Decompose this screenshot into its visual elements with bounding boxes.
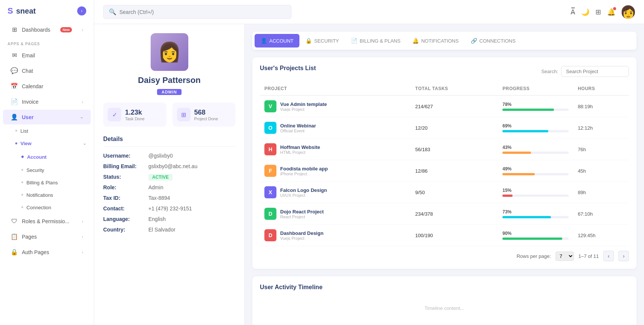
translate-icon[interactable]: A̅ — [571, 8, 575, 16]
detail-label: Billing Email: — [103, 163, 148, 169]
table-row: V Vue Admin template Vuejs Project 214/6… — [260, 95, 629, 117]
progress-bar-bg — [502, 109, 569, 111]
project-icon: X — [264, 186, 276, 198]
stat-tasks: ✓ 1.23k Task Done — [103, 103, 166, 127]
prev-page-button[interactable]: ‹ — [603, 251, 614, 261]
sidebar-item-label: Chat — [22, 68, 33, 74]
dashboards-badge: New — [60, 27, 72, 32]
detail-row: Status:ACTIVE — [103, 174, 235, 180]
sidebar-toggle[interactable]: › — [77, 6, 86, 15]
hours-cell: 12:12h — [573, 117, 629, 139]
hours-value: 88:19h — [578, 104, 593, 109]
project-sub: UI/UX Project — [280, 193, 327, 198]
progress-pct: 69% — [502, 123, 569, 129]
detail-value: Admin — [148, 184, 163, 190]
sidebar-sub-billing[interactable]: Billing & Plans — [21, 176, 94, 189]
project-sub: Vuejs Project — [280, 107, 327, 112]
tab-security[interactable]: 🔒SECURITY — [299, 34, 345, 48]
tab-billing[interactable]: 📄BILLING & PLANS — [345, 34, 406, 48]
sidebar-item-dashboards[interactable]: ⊞ Dashboards New › — [3, 22, 91, 37]
progress-pct: 90% — [502, 231, 569, 236]
search-icon: 🔍 — [109, 8, 116, 15]
stat-project-value: 568 — [194, 109, 218, 117]
project-sub: HTML Project — [280, 150, 320, 155]
sidebar-sub-connection[interactable]: Connection — [21, 201, 94, 214]
user-avatar[interactable]: 👩 — [621, 5, 635, 19]
detail-row: Billing Email:gslixby0@abc.net.au — [103, 163, 235, 169]
progress-bar — [502, 216, 551, 218]
progress-bar — [502, 130, 548, 132]
list-label: List — [20, 128, 28, 134]
project-search-input[interactable] — [561, 66, 629, 77]
progress-bar-bg — [502, 130, 569, 132]
detail-label: Status: — [103, 174, 148, 180]
sidebar-item-pages[interactable]: 📋 Pages › — [3, 229, 91, 244]
tabs-bar: 👤ACCOUNT🔒SECURITY📄BILLING & PLANS🔔NOTIFI… — [252, 32, 636, 50]
table-row: F Foodista mobile app iPhone Project 12/… — [260, 160, 629, 182]
sidebar-item-user[interactable]: 👤 User ⌄ — [3, 110, 91, 124]
sidebar-sub-notifications[interactable]: Notifications — [21, 189, 94, 201]
next-page-button[interactable]: › — [618, 251, 629, 261]
detail-label: Tax ID: — [103, 195, 148, 201]
tab-icon-billing: 📄 — [351, 38, 357, 44]
projects-card: User's Projects List Search: PROJECTTOTA… — [252, 57, 636, 269]
total-tasks-cell: 12/86 — [411, 160, 498, 182]
search-input[interactable] — [119, 9, 286, 15]
progress-cell: 43% — [498, 139, 573, 160]
sidebar-sub-security[interactable]: Security — [21, 164, 94, 176]
sidebar-sub-list[interactable]: List — [15, 125, 94, 137]
detail-label: Contact: — [103, 205, 148, 212]
hours-value: 129:45h — [578, 233, 595, 238]
detail-value: El Salvador — [148, 227, 175, 233]
sidebar-item-calendar[interactable]: 📅 Calendar — [3, 79, 91, 94]
dark-mode-icon[interactable]: 🌙 — [581, 8, 589, 16]
tab-account[interactable]: 👤ACCOUNT — [255, 34, 299, 48]
pagination-range: 1–7 of 11 — [578, 253, 599, 259]
table-header: PROJECTTOTAL TASKSPROGRESSHOURS — [260, 82, 629, 95]
total-tasks-cell: 234/378 — [411, 203, 498, 225]
email-icon: ✉ — [11, 52, 18, 59]
tab-label-connections: CONNECTIONS — [479, 38, 516, 44]
tab-icon-account: 👤 — [261, 38, 267, 44]
progress-pct: 15% — [502, 188, 569, 193]
sidebar-item-invoice[interactable]: 📄 Invoice › — [3, 94, 91, 109]
sidebar-item-email[interactable]: ✉ Email — [3, 48, 91, 63]
detail-value: @gslixby0 — [148, 153, 173, 159]
tab-label-account: ACCOUNT — [269, 38, 293, 44]
sidebar-item-chat[interactable]: 💬 Chat — [3, 63, 91, 78]
project-icon: H — [264, 143, 276, 155]
search-box[interactable]: 🔍 — [103, 5, 291, 19]
hours-value: 76h — [578, 147, 586, 152]
project-info: F Foodista mobile app iPhone Project — [264, 165, 406, 177]
calendar-icon: 📅 — [11, 83, 18, 90]
grid-icon[interactable]: ⊞ — [595, 8, 601, 16]
progress-pct: 49% — [502, 166, 569, 172]
rows-per-page-select[interactable]: 7 10 25 — [555, 251, 574, 261]
hours-cell: 88:19h — [573, 95, 629, 117]
details-list: Username:@gslixby0Billing Email:gslixby0… — [103, 153, 235, 233]
content-area: 👩 Daisy Patterson ADMIN ✓ 1.23k Task Don… — [94, 24, 644, 325]
total-tasks-cell: 12/20 — [411, 117, 498, 139]
project-sub: React Project — [280, 215, 324, 219]
sidebar-item-auth[interactable]: 🔒 Auth Pages › — [3, 245, 91, 259]
table-row: D Dojo React Project React Project 234/3… — [260, 203, 629, 225]
project-name: Online Webinar — [280, 123, 316, 129]
stats-row: ✓ 1.23k Task Done ⊞ 568 Project Done — [103, 103, 235, 127]
progress-cell: 90% — [498, 225, 573, 246]
sidebar-sub-view[interactable]: View ⌄ — [15, 137, 94, 150]
sidebar-sub-account[interactable]: Account — [21, 150, 94, 164]
projects-table: PROJECTTOTAL TASKSPROGRESSHOURS V Vue Ad… — [260, 82, 629, 246]
tab-notifications[interactable]: 🔔NOTIFICATIONS — [406, 34, 464, 48]
notifications-label: Notifications — [26, 192, 53, 198]
pages-icon: 📋 — [11, 233, 18, 240]
bell-icon[interactable]: 🔔 — [607, 8, 615, 16]
chevron-right-icon: › — [82, 250, 83, 254]
col-header-hours: HOURS — [573, 82, 629, 95]
tab-icon-connections: 🔗 — [471, 38, 477, 44]
project-name: Foodista mobile app — [280, 166, 328, 172]
timeline-placeholder: Timeline content... — [260, 297, 629, 319]
tab-connections[interactable]: 🔗CONNECTIONS — [465, 34, 522, 48]
hours-cell: 76h — [573, 139, 629, 160]
sidebar-item-roles[interactable]: 🛡 Roles & Permissio... › — [3, 214, 91, 228]
progress-bar — [502, 195, 512, 197]
